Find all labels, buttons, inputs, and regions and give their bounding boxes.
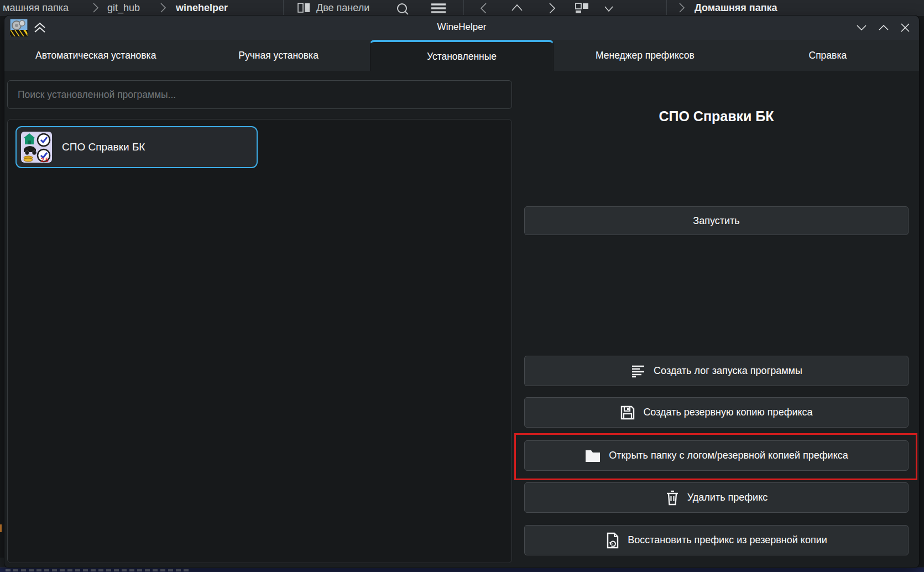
breadcrumb-separator-icon bbox=[159, 2, 167, 13]
toolbar-divider bbox=[666, 0, 667, 16]
back-icon[interactable] bbox=[479, 2, 489, 13]
forward-icon[interactable] bbox=[547, 2, 557, 13]
delete-prefix-button[interactable]: Удалить префикс bbox=[524, 482, 909, 513]
view-mode-icon[interactable] bbox=[575, 2, 589, 13]
floppy-save-icon bbox=[620, 405, 635, 420]
create-backup-button[interactable]: Создать резервную копию префикса bbox=[524, 397, 909, 428]
launch-button-label: Запустить bbox=[693, 215, 739, 227]
tab-auto-install[interactable]: Автоматическая установка bbox=[4, 40, 187, 71]
restore-prefix-label: Восстановить префикс из резервной копии bbox=[628, 534, 827, 546]
chevron-down-icon[interactable] bbox=[604, 4, 614, 14]
minimize-icon[interactable] bbox=[856, 23, 867, 32]
winehelper-window: WineHelper Автоматическая установка Ручн… bbox=[4, 15, 919, 568]
selected-program-title: СПО Справки БК bbox=[524, 108, 909, 124]
titlebar[interactable]: WineHelper bbox=[4, 15, 919, 40]
statusbar-clipped-text bbox=[6, 569, 191, 571]
folder-icon bbox=[584, 449, 601, 463]
open-folder-label: Открыть папку с логом/резервной копией п… bbox=[609, 450, 848, 461]
maximize-icon[interactable] bbox=[878, 23, 889, 32]
breadcrumb-git-hub[interactable]: git_hub bbox=[107, 2, 140, 14]
program-name: СПО Справки БК bbox=[62, 141, 145, 153]
tab-help[interactable]: Справка bbox=[737, 40, 919, 71]
breadcrumb-separator-icon bbox=[678, 2, 686, 13]
toolbar-divider bbox=[283, 0, 284, 16]
close-icon[interactable] bbox=[900, 23, 910, 32]
search-input[interactable] bbox=[7, 80, 512, 109]
tab-manual-install[interactable]: Ручная установка bbox=[187, 40, 369, 71]
breadcrumb-home-clipped[interactable]: машняя папка bbox=[3, 2, 69, 14]
create-log-button[interactable]: Создать лог запуска программы bbox=[524, 356, 909, 386]
split-view-icon[interactable] bbox=[297, 2, 311, 13]
launch-button[interactable]: Запустить bbox=[524, 206, 909, 235]
log-lines-icon bbox=[630, 363, 646, 379]
restore-document-icon bbox=[605, 532, 620, 549]
restore-prefix-button[interactable]: Восстановить префикс из резервной копии bbox=[524, 525, 909, 555]
hamburger-menu-icon[interactable] bbox=[430, 2, 447, 14]
tab-installed[interactable]: Установленные bbox=[370, 40, 554, 71]
toolbar-divider bbox=[463, 0, 464, 16]
window-title: WineHelper bbox=[4, 22, 919, 33]
screen: машняя папка git_hub winehelper Две пане… bbox=[0, 0, 924, 572]
installed-programs-list: 2.5 СПО Справки БК bbox=[7, 119, 512, 563]
svg-text:2.5: 2.5 bbox=[41, 157, 49, 163]
open-folder-button[interactable]: Открыть папку с логом/резервной копией п… bbox=[524, 440, 909, 471]
program-app-icon: 2.5 bbox=[21, 132, 52, 163]
tabbar: Автоматическая установка Ручная установк… bbox=[4, 40, 919, 71]
list-item-spo-spravki-bk[interactable]: 2.5 СПО Справки БК bbox=[15, 126, 258, 168]
breadcrumb-separator-icon bbox=[92, 2, 100, 13]
background-artifact bbox=[0, 524, 2, 532]
background-filemanager-toolbar: машняя папка git_hub winehelper Две пане… bbox=[0, 0, 924, 16]
breadcrumb-winehelper[interactable]: winehelper bbox=[176, 2, 228, 14]
tab-prefix-manager[interactable]: Менеджер префиксов bbox=[554, 40, 736, 71]
split-view-label[interactable]: Две панели bbox=[316, 2, 369, 14]
search-icon[interactable] bbox=[396, 2, 409, 15]
create-log-label: Создать лог запуска программы bbox=[654, 365, 802, 377]
up-icon[interactable] bbox=[511, 2, 523, 13]
trash-icon bbox=[665, 490, 680, 506]
create-backup-label: Создать резервную копию префикса bbox=[643, 407, 812, 418]
breadcrumb-home-right[interactable]: Домашняя папка bbox=[695, 2, 777, 14]
delete-prefix-label: Удалить префикс bbox=[687, 492, 768, 503]
